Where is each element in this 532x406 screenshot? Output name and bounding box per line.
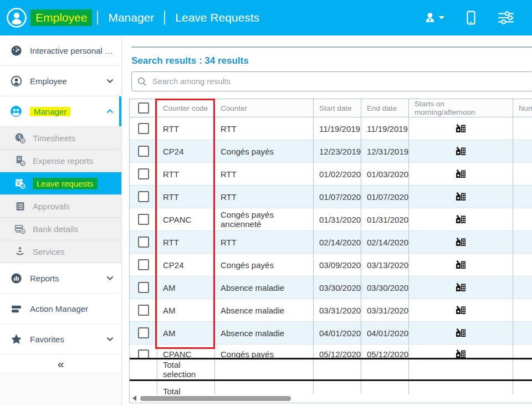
sidebar-item-expense-reports[interactable]: Expense reports (0, 150, 121, 172)
cell-counter-code: CP24 (157, 254, 215, 276)
cell-counter: Congés payés ancienneté (215, 345, 314, 358)
column-header-morning[interactable]: Starts on morning/afternoon (409, 99, 513, 117)
table-row[interactable]: AM Absence maladie 03/31/2020 03/31/2020 (130, 299, 532, 322)
select-all-checkbox[interactable] (138, 102, 149, 114)
row-checkbox[interactable] (138, 350, 149, 358)
sidebar-item-services[interactable]: Services (0, 240, 121, 263)
row-checkbox[interactable] (138, 237, 149, 248)
table-row[interactable]: CP24 Congés payés 03/09/2020 03/13/2020 (130, 254, 532, 276)
cell-counter: Absence maladie (215, 299, 314, 321)
cell-start-date: 05/12/2020 (314, 345, 361, 358)
row-checkbox[interactable] (138, 305, 149, 316)
row-checkbox[interactable] (138, 146, 149, 157)
approvals-list-icon (14, 201, 25, 212)
cell-start-date: 01/31/2020 (314, 208, 361, 230)
table-row[interactable]: CPANC Congés payés ancienneté 05/12/2020… (130, 345, 532, 358)
sidebar-collapse-button[interactable]: « (0, 354, 121, 373)
chevron-down-icon (106, 337, 114, 341)
sidebar-item-interactive-personal-data[interactable]: Interactive personal da... (0, 35, 121, 66)
sidebar-item-label: Employee (30, 76, 67, 86)
row-checkbox[interactable] (138, 191, 149, 202)
row-checkbox[interactable] (138, 282, 149, 293)
column-header-number[interactable]: Num (513, 99, 532, 117)
cell-start-date: 03/31/2020 (314, 299, 361, 321)
sidebar-item-label: Interactive personal da... (30, 46, 114, 55)
sidebar-item-approvals[interactable]: Approvals (0, 195, 121, 218)
cell-counter-code: CPANC (157, 345, 215, 358)
city-morning-icon (456, 350, 466, 358)
sidebar-item-leave-requests[interactable]: Leave requests (0, 172, 121, 195)
cell-end-date: 02/14/2020 (361, 231, 409, 253)
star-icon (10, 333, 22, 345)
mobile-icon[interactable] (464, 11, 478, 25)
sidebar-item-manager[interactable]: Manager (0, 96, 121, 127)
table-row[interactable]: RTT RTT 02/14/2020 02/14/2020 (130, 231, 532, 254)
sidebar-item-action-manager[interactable]: Action Manager (0, 294, 121, 324)
row-checkbox[interactable] (138, 214, 149, 225)
column-header-counter-code[interactable]: Counter code (157, 99, 215, 117)
row-checkbox[interactable] (138, 327, 149, 338)
chevron-up-icon (106, 109, 114, 114)
search-input[interactable] (151, 76, 528, 86)
breadcrumb-manager[interactable]: Manager (103, 9, 159, 26)
sidebar-item-favorites[interactable]: Favorites (0, 324, 121, 354)
user-menu-icon[interactable] (424, 12, 444, 24)
cell-end-date: 01/03/2020 (361, 163, 409, 185)
column-header-start-date[interactable]: Start date (314, 99, 361, 117)
caret-down-icon (439, 16, 444, 19)
receipt-check-icon (14, 155, 25, 166)
table-row[interactable]: AM Absence maladie 04/01/2020 04/01/2020 (130, 322, 532, 345)
results-title: Search results : 34 results (131, 55, 249, 66)
column-header-end-date[interactable]: End date (361, 99, 409, 117)
stacked-bars-icon (10, 302, 22, 315)
banknotes-check-icon (14, 223, 25, 234)
table-row[interactable]: CP24 Congés payés 12/23/2019 12/31/2019 (130, 140, 532, 163)
table-row[interactable]: RTT RTT 01/07/2020 01/07/2020 (130, 186, 532, 208)
sidebar: Interactive personal da... Employee (0, 35, 122, 406)
cell-counter: Congés payés (215, 140, 314, 162)
breadcrumb-separator (97, 11, 98, 25)
cell-counter-code: AM (157, 299, 215, 321)
page-title: Leave Requests (170, 9, 264, 26)
hand-service-icon (14, 246, 25, 257)
cell-end-date: 03/30/2020 (361, 276, 409, 299)
cell-start-date: 03/30/2020 (314, 276, 361, 299)
sidebar-item-label: Reports (30, 274, 59, 283)
cell-number (513, 140, 532, 162)
city-morning-icon (456, 306, 466, 315)
scrollbar-left-arrow-icon[interactable] (132, 395, 136, 401)
top-bar: Employee Manager Leave Requests (0, 0, 532, 35)
sidebar-item-reports[interactable]: Reports (0, 263, 121, 294)
table-row[interactable]: AM Absence maladie 03/30/2020 03/30/2020 (130, 276, 532, 299)
cell-counter: RTT (215, 163, 314, 185)
results-table: Counter code Counter Start date End date… (129, 99, 532, 403)
avatar-icon[interactable] (6, 7, 27, 28)
sidebar-item-bank-details[interactable]: Bank details (0, 218, 121, 240)
row-checkbox[interactable] (138, 259, 149, 270)
cell-end-date: 12/31/2019 (361, 140, 409, 162)
sidebar-item-label: Favorites (30, 335, 64, 344)
row-checkbox[interactable] (138, 168, 149, 179)
table-row[interactable]: RTT RTT 01/02/2020 01/03/2020 (130, 163, 532, 186)
cell-end-date: 04/01/2020 (361, 322, 409, 344)
city-morning-icon (456, 124, 466, 133)
city-morning-icon (456, 260, 466, 269)
breadcrumb-employee[interactable]: Employee (30, 9, 92, 26)
table-row[interactable]: CPANC Congés payés ancienneté 01/31/2020… (130, 208, 532, 231)
search-box (131, 71, 532, 91)
table-row[interactable]: RTT RTT 11/19/2019 11/19/2019 (130, 117, 532, 140)
main-content: Search results : 34 results Counter code… (122, 35, 532, 406)
column-header-counter[interactable]: Counter (215, 99, 314, 117)
city-morning-icon (456, 283, 466, 292)
cell-counter: Congés payés (215, 254, 314, 276)
city-morning-icon (456, 215, 466, 224)
sidebar-item-employee[interactable]: Employee (0, 66, 121, 96)
sidebar-filler (0, 373, 121, 406)
cell-number (513, 276, 532, 299)
cell-number (513, 345, 532, 358)
scrollbar-thumb[interactable] (140, 396, 291, 401)
row-checkbox[interactable] (138, 123, 149, 134)
sidebar-item-timesheets[interactable]: Timesheets (0, 127, 121, 150)
cell-number (513, 208, 532, 230)
sliders-icon[interactable] (498, 11, 514, 25)
